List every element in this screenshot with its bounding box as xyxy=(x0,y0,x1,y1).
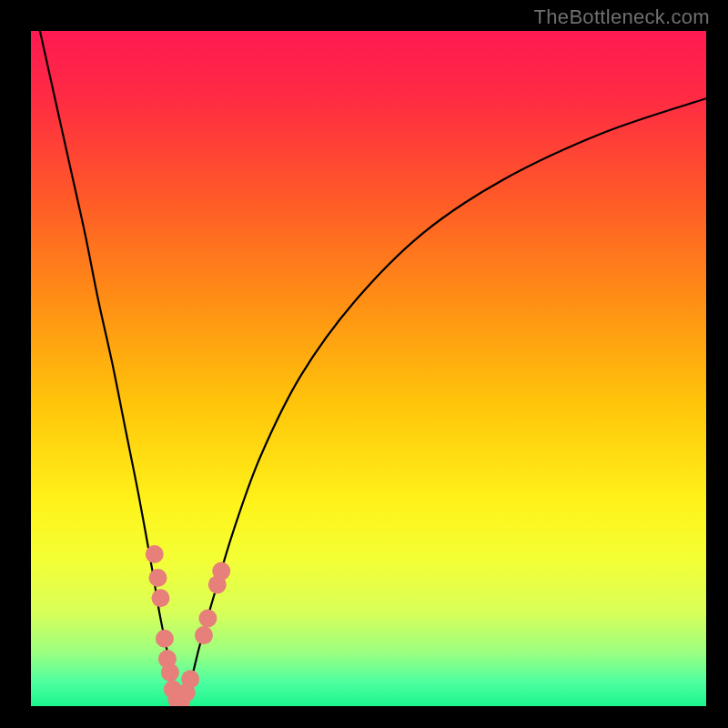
highlight-dot xyxy=(195,626,213,644)
watermark-text: TheBottleneck.com xyxy=(534,5,710,29)
highlight-dot xyxy=(161,663,179,682)
chart-svg xyxy=(31,31,706,706)
highlight-dot xyxy=(181,670,199,688)
chart-frame: TheBottleneck.com xyxy=(0,0,728,728)
highlight-dot xyxy=(156,630,174,648)
highlight-dot xyxy=(151,589,169,607)
plot-area xyxy=(31,31,706,706)
highlight-dot xyxy=(198,610,217,628)
highlight-dot xyxy=(146,545,164,563)
highlight-dot xyxy=(148,569,167,587)
highlight-dot xyxy=(212,562,230,581)
